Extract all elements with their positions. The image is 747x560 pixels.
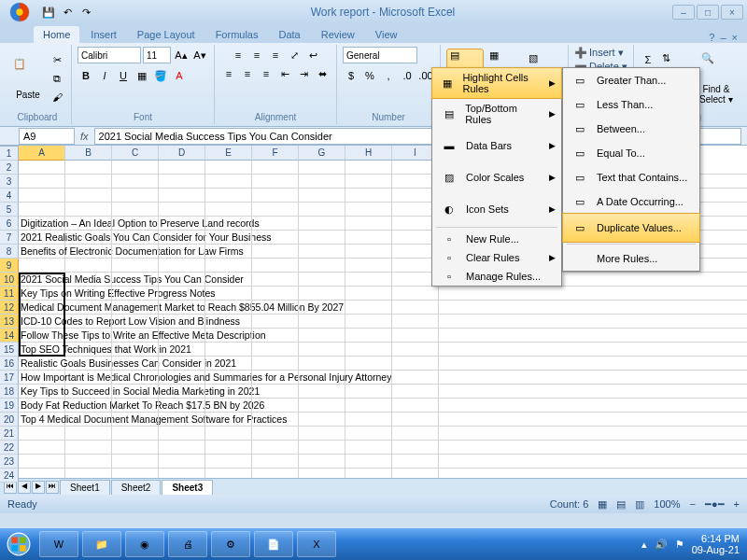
cell-H11[interactable] bbox=[345, 301, 392, 315]
cell-B9[interactable] bbox=[65, 273, 112, 287]
cell-C5[interactable] bbox=[112, 217, 159, 231]
cell-A5[interactable]: Digitization – An Ideal Option to Preser… bbox=[19, 217, 65, 231]
cell-H18[interactable] bbox=[345, 399, 392, 413]
copy-icon[interactable]: ⧉ bbox=[49, 70, 65, 87]
sheet-nav-next[interactable]: ▶ bbox=[32, 481, 45, 494]
currency-icon[interactable]: $ bbox=[343, 67, 359, 84]
cell-I15[interactable] bbox=[392, 357, 439, 371]
row-header-5[interactable]: 5 bbox=[0, 203, 19, 217]
cell-G10[interactable] bbox=[299, 287, 345, 301]
cell-I20[interactable] bbox=[392, 427, 439, 441]
cell-G13[interactable] bbox=[299, 329, 345, 343]
percent-icon[interactable]: % bbox=[361, 67, 378, 84]
menu-item-less-than-[interactable]: ▭Less Than... bbox=[563, 92, 699, 117]
cell-G12[interactable] bbox=[299, 315, 345, 329]
cell-D16[interactable] bbox=[159, 371, 205, 385]
col-header-A[interactable]: A bbox=[19, 146, 65, 161]
cell-D13[interactable] bbox=[159, 329, 205, 343]
cell-C20[interactable] bbox=[112, 427, 159, 441]
cell-I12[interactable] bbox=[392, 315, 439, 329]
cell-H2[interactable] bbox=[345, 175, 392, 189]
cell-G20[interactable] bbox=[299, 427, 345, 441]
align-center-icon[interactable]: ≡ bbox=[239, 65, 256, 82]
maximize-button[interactable]: □ bbox=[697, 5, 719, 20]
cell-A1[interactable] bbox=[19, 161, 65, 175]
cell-C8[interactable] bbox=[112, 259, 159, 273]
cell-B13[interactable] bbox=[65, 329, 112, 343]
row-header-17[interactable]: 17 bbox=[0, 371, 19, 385]
cell-G22[interactable] bbox=[299, 455, 345, 469]
cell-G5[interactable] bbox=[299, 217, 345, 231]
cell-G7[interactable] bbox=[299, 245, 345, 259]
sheet-tab-1[interactable]: Sheet1 bbox=[60, 480, 110, 495]
cell-C16[interactable] bbox=[112, 371, 159, 385]
col-header-E[interactable]: E bbox=[205, 146, 252, 161]
cell-G8[interactable] bbox=[299, 259, 345, 273]
cell-A9[interactable]: 2021 Social Media Success Tips You Can C… bbox=[19, 273, 65, 287]
number-format-select[interactable] bbox=[343, 47, 417, 63]
cell-C10[interactable] bbox=[112, 287, 159, 301]
start-button[interactable] bbox=[0, 528, 37, 560]
autosum-icon[interactable]: Σ bbox=[640, 51, 656, 68]
cell-A17[interactable]: Key Tips to Succeed in Social Media Mark… bbox=[19, 385, 65, 399]
cell-F10[interactable] bbox=[252, 287, 299, 301]
cell-F12[interactable] bbox=[252, 315, 299, 329]
cell-F8[interactable] bbox=[252, 259, 299, 273]
task-word[interactable]: W bbox=[39, 531, 78, 557]
row-header-2[interactable]: 2 bbox=[0, 161, 19, 175]
row-header-20[interactable]: 20 bbox=[0, 413, 19, 427]
cell-B1[interactable] bbox=[65, 161, 112, 175]
name-box[interactable] bbox=[19, 128, 75, 145]
cell-B2[interactable] bbox=[65, 175, 112, 189]
cell-F2[interactable] bbox=[252, 175, 299, 189]
border-icon[interactable]: ▦ bbox=[134, 67, 150, 84]
cell-G4[interactable] bbox=[299, 203, 345, 217]
menu-item-greater-than-[interactable]: ▭Greater Than... bbox=[563, 68, 699, 92]
menu-item-data-bars[interactable]: ▬Data Bars▶ bbox=[432, 130, 561, 161]
cell-E1[interactable] bbox=[205, 161, 252, 175]
cell-F19[interactable] bbox=[252, 413, 299, 427]
cell-F18[interactable] bbox=[252, 399, 299, 413]
cell-F17[interactable] bbox=[252, 385, 299, 399]
tab-insert[interactable]: Insert bbox=[81, 26, 126, 43]
cell-H6[interactable] bbox=[345, 231, 392, 245]
cell-B12[interactable] bbox=[65, 315, 112, 329]
task-app2[interactable]: ⚙ bbox=[211, 531, 250, 557]
indent-dec-icon[interactable]: ⇤ bbox=[276, 65, 293, 82]
menu-item-a-date-occurring-[interactable]: ▭A Date Occurring... bbox=[563, 189, 699, 214]
cell-D4[interactable] bbox=[159, 203, 205, 217]
format-painter-icon[interactable]: 🖌 bbox=[49, 89, 65, 105]
cell-H19[interactable] bbox=[345, 413, 392, 427]
cell-C17[interactable] bbox=[112, 385, 159, 399]
cell-I11[interactable] bbox=[392, 301, 439, 315]
tray-flag-icon[interactable]: ⚑ bbox=[675, 539, 684, 551]
cell-H12[interactable] bbox=[345, 315, 392, 329]
row-header-4[interactable]: 4 bbox=[0, 189, 19, 203]
cell-C7[interactable] bbox=[112, 245, 159, 259]
cell-D7[interactable] bbox=[159, 245, 205, 259]
indent-inc-icon[interactable]: ⇥ bbox=[295, 65, 312, 82]
zoom-level[interactable]: 100% bbox=[654, 498, 680, 510]
cell-E9[interactable] bbox=[205, 273, 252, 287]
view-normal-icon[interactable]: ▦ bbox=[598, 498, 607, 511]
cell-G14[interactable] bbox=[299, 343, 345, 357]
font-size-input[interactable] bbox=[143, 47, 171, 63]
cell-B21[interactable] bbox=[65, 441, 112, 455]
cell-D17[interactable] bbox=[159, 385, 205, 399]
cell-E7[interactable] bbox=[205, 245, 252, 259]
cell-H5[interactable] bbox=[345, 217, 392, 231]
tab-home[interactable]: Home bbox=[34, 26, 79, 43]
view-layout-icon[interactable]: ▤ bbox=[616, 498, 626, 511]
cell-A19[interactable]: Top 4 Medical Document Management Softwa… bbox=[19, 413, 65, 427]
cell-C12[interactable] bbox=[112, 315, 159, 329]
cell-F7[interactable] bbox=[252, 245, 299, 259]
cell-C19[interactable] bbox=[112, 413, 159, 427]
cell-D10[interactable] bbox=[159, 287, 205, 301]
cell-H4[interactable] bbox=[345, 203, 392, 217]
office-button[interactable] bbox=[2, 0, 37, 24]
cell-C11[interactable] bbox=[112, 301, 159, 315]
cell-A16[interactable]: How Important is Medical Chronologies an… bbox=[19, 371, 65, 385]
cell-E3[interactable] bbox=[205, 189, 252, 203]
cell-E22[interactable] bbox=[205, 455, 252, 469]
cell-D22[interactable] bbox=[159, 455, 205, 469]
